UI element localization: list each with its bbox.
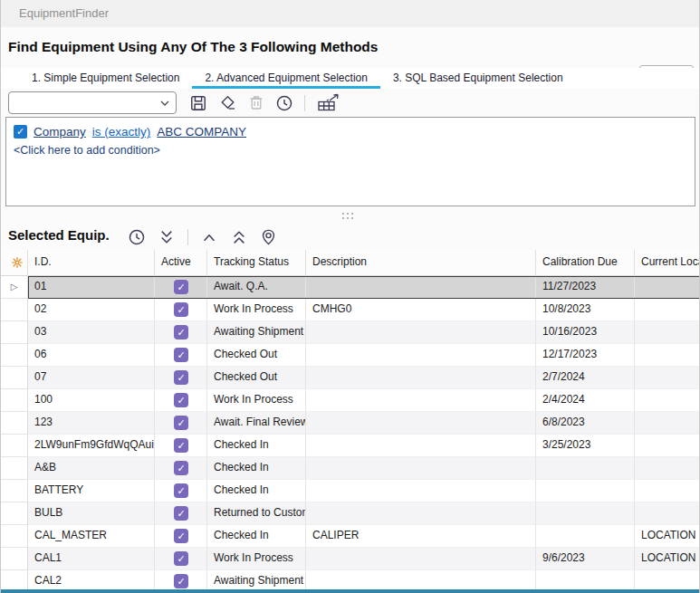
cell-current-location[interactable] [635,367,700,389]
cell-current-location[interactable]: LOCATION 1 [635,548,700,570]
cell-calibration-due[interactable]: 3/25/2023 [536,435,635,457]
cell-id[interactable]: 123 [28,412,155,435]
active-checkbox[interactable]: ✓ [174,348,188,362]
table-row[interactable]: ▷ 06 ✓ Checked Out 12/17/2023 [1,344,700,367]
condition-operator-link[interactable]: is (exactly) [92,125,151,139]
cell-description[interactable] [306,480,536,502]
table-row[interactable]: ▷ 02 ✓ Work In Process CMHG0 10/8/2023 [1,299,700,321]
row-indicator[interactable]: ▷ [1,276,28,299]
cell-tracking-status[interactable]: Await. Final Review [207,412,306,435]
cell-description[interactable] [306,344,536,367]
row-indicator[interactable]: ▷ [1,548,28,570]
cell-calibration-due[interactable]: 10/16/2023 [536,321,635,344]
add-condition-link[interactable]: <Click here to add condition> [14,144,160,157]
cell-id[interactable]: 03 [28,321,155,344]
cell-description[interactable] [306,548,536,570]
table-row[interactable]: ▷ 03 ✓ Awaiting Shipment 10/16/2023 [1,321,700,344]
table-row[interactable]: ▷ A&B ✓ Checked In [1,457,700,480]
cell-id[interactable]: 02 [28,299,155,321]
row-indicator[interactable]: ▷ [1,525,28,548]
cell-tracking-status[interactable]: Await. Q.A. [207,276,306,299]
condition-value-link[interactable]: ABC COMPANY [157,125,246,139]
cell-active[interactable]: ✓ [155,389,207,412]
cell-current-location[interactable] [635,299,700,321]
active-checkbox[interactable]: ✓ [174,529,188,543]
cell-id[interactable]: CAL_MASTER [28,525,155,548]
cell-current-location[interactable] [635,321,700,344]
run-query-table-icon[interactable] [316,93,341,112]
chevron-down-icon[interactable] [160,100,169,106]
active-checkbox[interactable]: ✓ [174,393,188,407]
table-row[interactable]: ▷ 2LW9unFm9GfdWqQAuiR ✓ Checked In 3/25/… [1,435,700,457]
table-row[interactable]: ▷ BULB ✓ Returned to Customer [1,502,700,525]
row-indicator[interactable]: ▷ [1,321,28,344]
cell-id[interactable]: BULB [28,502,155,525]
cell-current-location[interactable] [635,480,700,502]
condition-panel[interactable]: ✓ Company is (exactly) ABC COMPANY <Clic… [5,117,695,206]
cell-description[interactable] [306,412,536,435]
active-checkbox[interactable]: ✓ [174,438,188,453]
cell-active[interactable]: ✓ [155,344,207,367]
cell-id[interactable]: A&B [28,457,155,480]
cell-calibration-due[interactable]: 10/8/2023 [536,299,635,321]
tab-sql-selection[interactable]: 3. SQL Based Equipment Selection [380,68,576,89]
cell-calibration-due[interactable] [536,502,635,525]
row-indicator[interactable]: ▷ [1,344,28,367]
active-checkbox[interactable]: ✓ [174,551,188,566]
active-checkbox[interactable]: ✓ [174,416,188,430]
cell-description[interactable] [306,321,536,344]
move-all-up-icon[interactable] [230,229,248,245]
cell-current-location[interactable]: LOCATION 1 [635,525,700,548]
cell-tracking-status[interactable]: Checked Out [207,344,306,367]
cell-current-location[interactable] [635,344,700,367]
cell-current-location[interactable] [635,389,700,412]
cell-tracking-status[interactable]: Checked In [207,435,306,457]
condition-checkbox[interactable]: ✓ [14,125,27,139]
table-row[interactable]: ▷ 100 ✓ Work In Process 2/4/2024 [1,389,700,412]
active-checkbox[interactable]: ✓ [174,506,188,521]
cell-tracking-status[interactable]: Checked In [207,480,306,502]
row-indicator[interactable]: ▷ [1,389,28,412]
active-checkbox[interactable]: ✓ [174,302,188,317]
tab-advanced-selection[interactable]: 2. Advanced Equipment Selection [192,68,379,89]
table-row[interactable]: ▷ 07 ✓ Checked Out 2/7/2024 [1,367,700,389]
column-header-description[interactable]: Description [306,250,536,276]
column-header-current-location[interactable]: Current Location [635,250,700,276]
table-row[interactable]: ▷ BATTERY ✓ Checked In [1,480,700,502]
cell-tracking-status[interactable]: Work In Process [207,299,306,321]
table-row[interactable]: ▷ 123 ✓ Await. Final Review 6/8/2023 [1,412,700,435]
table-row[interactable]: ▷ 01 ✓ Await. Q.A. 11/27/2023 [1,276,700,299]
cell-description[interactable] [306,502,536,525]
cell-active[interactable]: ✓ [155,502,207,525]
cell-description[interactable] [306,435,536,457]
row-indicator[interactable]: ▷ [1,299,28,321]
tab-simple-selection[interactable]: 1. Simple Equipment Selection [19,68,192,89]
cell-calibration-due[interactable]: 11/27/2023 [536,276,635,299]
grid-customize-button[interactable] [1,250,28,276]
cell-id[interactable]: CAL1 [28,548,155,570]
row-indicator[interactable]: ▷ [1,457,28,480]
table-row[interactable]: ▷ CAL_MASTER ✓ Checked In CALIPER LOCATI… [1,525,700,548]
table-row[interactable]: ▷ CAL1 ✓ Work In Process 9/6/2023 LOCATI… [1,548,700,570]
cell-tracking-status[interactable]: Awaiting Shipment [207,321,306,344]
active-checkbox[interactable]: ✓ [174,370,188,385]
cell-current-location[interactable] [635,435,700,457]
cell-active[interactable]: ✓ [155,457,207,480]
panel-splitter[interactable] [1,206,700,224]
move-up-icon[interactable] [200,231,218,244]
cell-active[interactable]: ✓ [155,321,207,344]
cell-active[interactable]: ✓ [155,435,207,457]
cell-calibration-due[interactable]: 2/7/2024 [536,367,635,389]
cell-tracking-status[interactable]: Checked Out [207,367,306,389]
row-indicator[interactable]: ▷ [1,367,28,389]
cell-id[interactable]: 06 [28,344,155,367]
cell-id[interactable]: 100 [28,389,155,412]
cell-description[interactable] [306,276,536,299]
cell-calibration-due[interactable]: 6/8/2023 [536,412,635,435]
cell-calibration-due[interactable] [536,480,635,502]
cell-description[interactable]: CMHG0 [306,299,536,321]
column-header-id[interactable]: I.D. [28,250,155,276]
cell-tracking-status[interactable]: Checked In [207,457,306,480]
saved-filter-combobox[interactable] [8,91,177,114]
move-all-down-icon[interactable] [158,229,176,245]
